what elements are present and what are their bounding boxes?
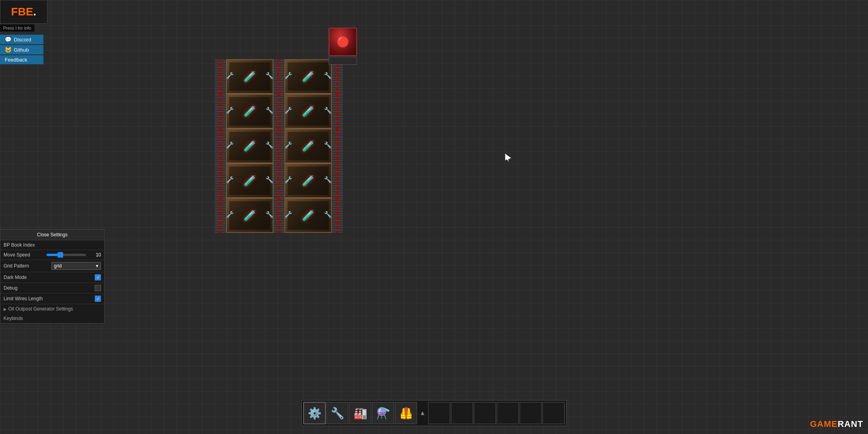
inserter-left-3-1: 🔧: [226, 141, 234, 149]
limit-wires-checkbox[interactable]: ✓: [95, 296, 101, 302]
feedback-button[interactable]: Feedback: [0, 55, 43, 64]
top-entity: 🔴: [329, 28, 357, 65]
inserter-right-3-1: 🔧: [266, 141, 273, 149]
flask-4-2: 🧪: [302, 175, 314, 187]
inserter-left-2-1: 🔧: [226, 107, 234, 114]
oil-outpost-section[interactable]: ▶ Oil Outpost Generator Settings: [0, 304, 104, 314]
top-entity-body: 🔴: [329, 28, 357, 56]
flask-1-1: 🧪: [243, 71, 256, 83]
bp-book-index-label: BP Book Index: [4, 242, 101, 248]
hotbar-slot-4[interactable]: ⚗️: [372, 402, 394, 424]
belt-right-3: [332, 129, 343, 163]
machine-5-1: 🔧 🧪 🔧: [226, 198, 273, 233]
belt-left-3: [215, 129, 226, 163]
inserter-right-4-1: 🔧: [266, 176, 273, 183]
move-speed-slider[interactable]: [47, 254, 86, 256]
inserter-right-3-2: 🔧: [324, 141, 332, 149]
github-icon: 🐱: [5, 47, 11, 53]
belt-right-2: [332, 94, 343, 129]
inserter-left-4-1: 🔧: [226, 176, 234, 183]
chevron-down-icon: ▾: [96, 263, 98, 269]
flask-3-2: 🧪: [302, 140, 314, 152]
flask-5-1: 🧪: [243, 210, 256, 222]
move-speed-row: Move Speed 10: [0, 250, 104, 260]
chevron-right-icon: ▶: [4, 307, 7, 311]
inserter-right-4-2: 🔧: [324, 176, 332, 183]
hotbar-slot-9[interactable]: [497, 402, 519, 424]
bp-book-index-row: BP Book Index: [0, 240, 104, 250]
logo-panel: FBE.: [0, 0, 47, 24]
belt-mid-3: [273, 129, 284, 163]
hotbar: ⚙️ 🔧 🏭 ⚗️ 🦺 ▲: [301, 400, 567, 426]
belt-left-5: [215, 198, 226, 233]
hotbar-slot-2[interactable]: 🔧: [326, 402, 348, 424]
debug-label: Debug: [4, 285, 92, 291]
discord-button[interactable]: 💬 Discord: [0, 35, 43, 44]
settings-close-button[interactable]: Close Settings: [0, 230, 104, 240]
belt-left-2: [215, 94, 226, 129]
hotbar-slot-3[interactable]: 🏭: [349, 402, 371, 424]
machine-1-2: 🔧 🧪 🔧: [284, 59, 332, 94]
press-info-label: Press I for info: [0, 24, 34, 32]
discord-icon: 💬: [5, 36, 11, 43]
limit-wires-row: Limit Wires Length ✓: [0, 294, 104, 304]
belt-mid-5: [273, 198, 284, 233]
machine-3-1: 🔧 🧪 🔧: [226, 129, 273, 163]
gamerant-logo-text: GAME: [810, 419, 838, 429]
machine-5-2: 🔧 🧪 🔧: [284, 198, 332, 233]
machine-row-4: 🔧 🧪 🔧 🔧 🧪 🔧: [215, 163, 365, 198]
flask-2-2: 🧪: [302, 105, 314, 118]
inserter-left-4-2: 🔧: [284, 176, 292, 183]
machine-1-1: 🔧 🧪 🔧: [226, 59, 273, 94]
grid-pattern-select[interactable]: grid ▾: [51, 262, 101, 270]
hotbar-slot-8[interactable]: [474, 402, 496, 424]
debug-row: Debug: [0, 283, 104, 294]
hotbar-expand-arrow[interactable]: ▲: [418, 410, 427, 417]
flask-5-2: 🧪: [302, 210, 314, 222]
debug-checkbox[interactable]: [95, 285, 101, 291]
inserter-right-1-2: 🔧: [324, 72, 332, 79]
nav-buttons: 💬 Discord 🐱 Github Feedback: [0, 35, 43, 64]
inserter-right-2-2: 🔧: [324, 107, 332, 114]
belt-right-4: [332, 163, 343, 198]
flask-4-1: 🧪: [243, 175, 256, 187]
logo-text: FBE.: [11, 6, 36, 18]
grid-pattern-label: Grid Pattern: [4, 263, 48, 269]
blueprint-area: 🔴 🔧 🧪 🔧 🔧 🧪 🔧 🔧 🧪 🔧 🔧 🧪 🔧: [215, 59, 365, 233]
inserter-right-2-1: 🔧: [266, 107, 273, 114]
top-entity-base: [329, 57, 357, 65]
keybinds-section[interactable]: Keybinds: [0, 314, 104, 323]
dark-mode-checkbox[interactable]: ✓: [95, 274, 101, 281]
belt-left-4: [215, 163, 226, 198]
machine-row-3: 🔧 🧪 🔧 🔧 🧪 🔧: [215, 129, 365, 163]
hotbar-slot-11[interactable]: [542, 402, 565, 424]
inserter-left-5-2: 🔧: [284, 211, 292, 218]
hotbar-slot-5[interactable]: 🦺: [395, 402, 417, 424]
belt-mid-2: [273, 94, 284, 129]
machine-3-2: 🔧 🧪 🔧: [284, 129, 332, 163]
belt-mid-1: [273, 59, 284, 94]
flask-1-2: 🧪: [302, 71, 314, 83]
belt-mid-4: [273, 163, 284, 198]
hotbar-slot-1[interactable]: ⚙️: [303, 402, 326, 424]
dark-mode-label: Dark Mode: [4, 275, 92, 280]
dark-mode-row: Dark Mode ✓: [0, 272, 104, 283]
inserter-left-2-2: 🔧: [284, 107, 292, 114]
inserter-right-5-2: 🔧: [324, 211, 332, 218]
machine-4-2: 🔧 🧪 🔧: [284, 163, 332, 198]
machine-2-2: 🔧 🧪 🔧: [284, 94, 332, 129]
grid-pattern-row: Grid Pattern grid ▾: [0, 260, 104, 272]
move-speed-value: 10: [89, 252, 101, 258]
hotbar-slot-6[interactable]: [428, 402, 450, 424]
inserter-left-3-2: 🔧: [284, 141, 292, 149]
hotbar-slot-7[interactable]: [451, 402, 473, 424]
machine-row-2: 🔧 🧪 🔧 🔧 🧪 🔧: [215, 94, 365, 129]
github-button[interactable]: 🐱 Github: [0, 45, 43, 54]
flask-3-1: 🧪: [243, 140, 256, 152]
settings-panel: Close Settings BP Book Index Move Speed …: [0, 229, 105, 324]
inserter-left-5-1: 🔧: [226, 211, 234, 218]
hotbar-slot-10[interactable]: [520, 402, 542, 424]
inserter-left-1-1: 🔧: [226, 72, 234, 79]
inserter-left-1-2: 🔧: [284, 72, 292, 79]
belt-left-1: [215, 59, 226, 94]
